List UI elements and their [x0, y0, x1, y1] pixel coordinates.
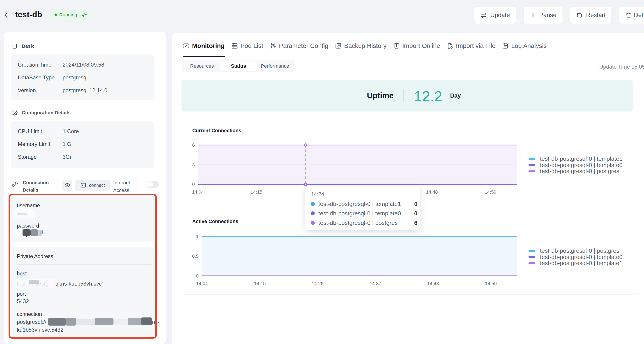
subtab-performance[interactable]: Performance	[257, 61, 293, 71]
legend-item[interactable]: test-db-postgresql-0 | template0	[528, 254, 622, 261]
tab-import-via-file[interactable]: Import via File	[447, 42, 496, 57]
legend-item[interactable]: test-db-postgresql-0 | template1	[528, 155, 622, 162]
uptime-unit: Day	[450, 80, 461, 112]
basic-section-header: Basic	[12, 43, 35, 49]
info-value: 1 Core	[62, 128, 79, 135]
x-axis-tick: 14:37	[370, 281, 382, 286]
tooltip-row: test-db-postgresql-0 | template1 0	[311, 199, 418, 209]
y-axis-tick: 0.5	[183, 253, 198, 259]
tab-label: Backup History	[344, 42, 386, 49]
chart-tooltip: 14:24 test-db-postgresql-0 | template1 0…	[305, 186, 420, 230]
show-password-button[interactable]	[62, 180, 72, 191]
tab-log-analysis[interactable]: Log Analysis	[502, 42, 546, 57]
legend-label: test-db-postgresql-0 | template0	[540, 162, 622, 169]
tooltip-series-name: test-db-postgresql-0 | template1	[318, 200, 401, 207]
info-value: 2024/11/08 09:58	[62, 62, 104, 68]
legend-item[interactable]: test-db-postgresql-0 | template0	[528, 162, 622, 169]
legend-label: test-db-postgresql-0 | template0	[540, 254, 622, 261]
config-info-box: CPU Limit1 CoreMemory Limit1 GiStorage3G…	[11, 121, 154, 169]
config-section-header: Configuration Details	[12, 109, 71, 116]
config-section-title: Configuration Details	[22, 110, 71, 115]
info-label: Memory Limit	[18, 141, 62, 147]
monitoring-subtabs: ResourcesStatusPerformance	[182, 60, 295, 72]
header-actions: UpdatePauseRestartDel	[474, 6, 644, 24]
restart-button[interactable]: Restart	[570, 6, 612, 24]
basic-section-title: Basic	[22, 43, 35, 49]
gear-icon	[12, 110, 18, 116]
info-row: Memory Limit1 Gi	[18, 141, 148, 147]
info-row: Versionpostgresql-12.14.0	[18, 87, 148, 94]
connect-button[interactable]: connect	[75, 180, 110, 191]
info-value: postgresql-12.14.0	[62, 87, 108, 94]
plug-icon	[12, 181, 18, 187]
restart-icon	[576, 12, 583, 19]
toggle-knob	[147, 181, 153, 187]
x-axis-tick: 14:04	[196, 281, 208, 286]
document-icon	[12, 43, 18, 49]
info-row: Creation Time2024/11/08 09:58	[18, 62, 148, 68]
tab-parameter-config[interactable]: Parameter Config	[270, 42, 328, 57]
back-button[interactable]	[1, 10, 11, 20]
info-label: DataBase Type	[18, 74, 62, 81]
connection-section-header: Connection Details	[12, 179, 56, 193]
info-value: postgresql	[62, 74, 88, 81]
uptime-value: 12.2	[414, 80, 442, 113]
info-value: 1 Gi	[62, 141, 72, 147]
legend-label: test-db-postgresql-0 | template1	[540, 260, 622, 267]
legend-label: test-db-postgresql-0 | template1	[540, 155, 622, 162]
tab-pod-list[interactable]: Pod List	[231, 42, 263, 57]
tooltip-series-value: 6	[414, 219, 418, 226]
legend-dash-icon	[528, 158, 535, 160]
legend-item[interactable]: test-db-postgresql-0 | template1	[528, 260, 622, 267]
pulse-steps-icon	[80, 12, 87, 18]
legend-item[interactable]: test-db-postgresql-0 | postgres	[528, 247, 619, 254]
terminal-icon	[80, 182, 86, 188]
subtab-resources[interactable]: Resources	[184, 61, 220, 71]
info-row: Storage3Gi	[18, 154, 148, 160]
info-label: CPU Limit	[18, 128, 62, 135]
tab-label: Pod List	[240, 42, 263, 49]
import-online-icon	[393, 42, 400, 49]
internet-access-toggle[interactable]	[146, 181, 159, 188]
uptime-label: Uptime	[366, 80, 394, 112]
uptime-banner: Uptime 12.2 Day	[182, 80, 633, 112]
info-value: 3Gi	[62, 154, 71, 160]
update-button-label: Update	[490, 12, 510, 19]
legend-dash-icon	[528, 256, 535, 258]
chart-plot	[202, 234, 517, 278]
tooltip-series-value: 0	[414, 200, 418, 207]
info-label: Creation Time	[18, 62, 62, 68]
tab-import-online[interactable]: Import Online	[393, 42, 440, 57]
x-axis-tick: 14:59	[485, 281, 497, 286]
monitoring-icon	[183, 42, 190, 49]
tab-monitoring[interactable]: Monitoring	[183, 42, 225, 57]
trash-icon	[625, 12, 632, 19]
page-title: test-db	[15, 10, 42, 19]
y-axis-tick: 0	[183, 273, 198, 279]
sliders-icon	[270, 42, 276, 49]
uptime-divider	[403, 89, 404, 102]
tab-backup-history[interactable]: Backup History	[335, 42, 386, 57]
update-time: Update Time 15:05	[599, 64, 644, 70]
log-analysis-icon	[502, 42, 509, 49]
tab-label: Monitoring	[192, 42, 225, 49]
legend-item[interactable]: test-db-postgresql-0 | postgres	[528, 168, 619, 175]
connection-section-title: Connection Details	[23, 179, 56, 193]
pause-icon	[530, 12, 536, 18]
eye-icon	[64, 182, 70, 188]
status-badge[interactable]: Running	[50, 9, 91, 21]
chart-title: Current Connections	[192, 128, 242, 134]
x-axis-tick: 14:15	[250, 189, 262, 195]
y-axis-tick: 6	[179, 142, 195, 148]
info-label: Version	[18, 87, 62, 94]
tab-bar: MonitoringPod ListParameter ConfigBackup…	[183, 42, 547, 57]
delete-button-label: Del	[634, 12, 643, 19]
tooltip-series-value: 0	[414, 210, 418, 217]
delete-button[interactable]: Del	[619, 6, 644, 24]
subtab-status[interactable]: Status	[220, 61, 257, 71]
backup-icon	[335, 42, 342, 49]
update-button[interactable]: Update	[474, 6, 516, 24]
pause-button-label: Pause	[539, 12, 557, 19]
tooltip-series-name: test-db-postgresql-0 | template0	[318, 210, 401, 217]
pause-button[interactable]: Pause	[524, 6, 563, 24]
